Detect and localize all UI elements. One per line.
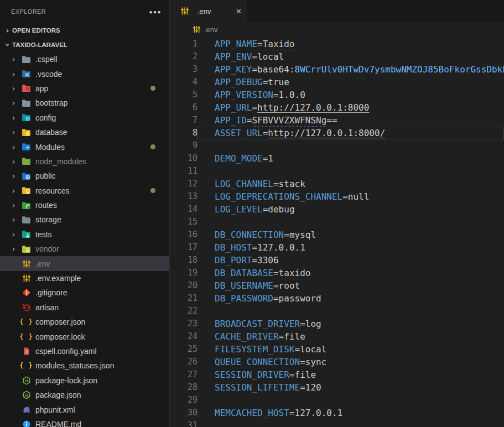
braces-orange-icon: { } — [22, 332, 31, 341]
tree-item--gitignore[interactable]: .gitignore — [0, 285, 169, 300]
ellipsis-icon[interactable]: ●●● — [149, 9, 162, 15]
code-line-21[interactable]: 21DB_PASSWORD=password — [170, 292, 504, 305]
code-line-15[interactable]: 15 — [170, 216, 504, 228]
explorer-sidebar: EXPLORER ●●● ›OPEN EDITORS›TAXIDO-LARAVE… — [0, 0, 170, 427]
tree-item-composer-lock[interactable]: { }composer.lock — [0, 329, 169, 343]
chevron-right-icon[interactable]: › — [9, 216, 18, 223]
tree-item-storage[interactable]: ›storage — [0, 212, 169, 227]
token-key: LOG_DEPRECATIONS_CHANNEL — [215, 191, 342, 202]
code-line-11[interactable]: 11 — [170, 165, 504, 178]
code-line-25[interactable]: 25FILESYSTEM_DISK=local — [170, 343, 504, 356]
code-line-29[interactable]: 29 — [170, 394, 504, 407]
token-key: LOG_CHANNEL — [215, 179, 273, 189]
token-key: DB_PORT — [215, 255, 252, 265]
tree-item-cspell-config-yaml[interactable]: cspell.config.yaml — [0, 344, 169, 358]
tree-item--vscode[interactable]: ›.vscode — [0, 66, 169, 81]
tree-item-public[interactable]: ›public — [0, 169, 169, 183]
code-line-4[interactable]: 4APP_DEBUG=true — [170, 76, 504, 88]
code-line-2[interactable]: 2APP_ENV=local — [170, 50, 504, 63]
tree-item--env[interactable]: .env — [0, 256, 169, 270]
chevron-right-icon[interactable]: › — [9, 158, 18, 165]
chevron-right-icon[interactable]: › — [9, 231, 18, 238]
code-line-6[interactable]: 6APP_URL=http://127.0.0.1:8000 — [170, 101, 504, 114]
token-val: sync — [305, 357, 327, 367]
code-line-14[interactable]: 14LOG_LEVEL=debug — [170, 203, 504, 216]
code-line-16[interactable]: 16DB_CONNECTION=mysql — [170, 228, 504, 241]
line-content — [198, 394, 504, 407]
tree-item-node-modules[interactable]: ›node_modules — [0, 154, 169, 169]
code-line-5[interactable]: 5APP_VERSION=1.0.0 — [170, 88, 504, 101]
chevron-right-icon[interactable]: › — [9, 201, 18, 209]
tree-item-bootstrap[interactable]: ›bootstrap — [0, 96, 169, 110]
token-val: 127.0.0.1 — [295, 408, 343, 418]
token-eq: = — [252, 51, 257, 62]
tree-item-phpunit-xml[interactable]: phpunit.xml — [0, 402, 169, 416]
tree-item-package-json[interactable]: JSpackage.json — [0, 388, 169, 402]
tab-env[interactable]: .env ✕ — [170, 0, 247, 22]
chevron-right-icon[interactable]: › — [9, 99, 18, 107]
token-eq: = — [263, 153, 268, 164]
code-editor[interactable]: 1APP_NAME=Taxido2APP_ENV=local3APP_KEY=b… — [170, 37, 504, 427]
close-icon[interactable]: ✕ — [236, 7, 242, 15]
chevron-right-icon[interactable]: › — [9, 172, 18, 180]
chevron-right-icon[interactable]: › — [9, 55, 18, 63]
chevron-down-icon[interactable]: › — [4, 40, 12, 50]
folder-cspell-icon — [22, 55, 31, 64]
chevron-right-icon[interactable]: › — [9, 187, 18, 195]
code-line-26[interactable]: 26QUEUE_CONNECTION=sync — [170, 356, 504, 368]
chevron-right-icon[interactable]: › — [9, 85, 18, 92]
code-line-22[interactable]: 22 — [170, 305, 504, 317]
line-number: 19 — [170, 267, 198, 279]
code-line-1[interactable]: 1APP_NAME=Taxido — [170, 38, 504, 50]
tree-item-modules-statuses-json[interactable]: { }modules_statuses.json — [0, 358, 169, 373]
code-line-30[interactable]: 30MEMCACHED_HOST=127.0.0.1 — [170, 407, 504, 419]
chevron-right-icon[interactable]: › — [9, 70, 18, 78]
code-line-7[interactable]: 7APP_ID=SFBVVVZXWFNSNg== — [170, 114, 504, 127]
code-line-10[interactable]: 10DEMO_MODE=1 — [170, 152, 504, 165]
tree-item-modules[interactable]: ›Modules — [0, 139, 169, 154]
code-line-24[interactable]: 24CACHE_DRIVER=file — [170, 330, 504, 343]
tree-item-database[interactable]: ›database — [0, 125, 169, 139]
code-line-31[interactable]: 31 — [170, 419, 504, 427]
code-line-8[interactable]: 8ASSET_URL=http://127.0.0.1:8000/ — [170, 127, 504, 139]
env-file-icon — [22, 274, 31, 283]
tree-item-artisan[interactable]: artisan — [0, 300, 169, 315]
code-line-3[interactable]: 3APP_KEY=base64:8WCrrUlv0HTwDv7ysmbwNMZO… — [170, 63, 504, 76]
tree-item-package-lock-json[interactable]: JSpackage-lock.json — [0, 373, 169, 388]
code-line-9[interactable]: 9 — [170, 139, 504, 152]
line-content — [198, 419, 504, 427]
tree-item--cspell[interactable]: ›.cspell — [0, 52, 169, 66]
line-content: QUEUE_CONNECTION=sync — [198, 356, 504, 368]
tree-item--env-example[interactable]: .env.example — [0, 271, 169, 285]
code-line-17[interactable]: 17DB_HOST=127.0.0.1 — [170, 241, 504, 254]
tree-item-readme-md[interactable]: README.md — [0, 417, 169, 427]
tree-item-app[interactable]: ›app — [0, 81, 169, 96]
code-line-20[interactable]: 20DB_USERNAME=root — [170, 279, 504, 292]
line-content: DEMO_MODE=1 — [198, 152, 504, 165]
code-line-19[interactable]: 19DB_DATABASE=taxido — [170, 267, 504, 279]
section-taxido-laravel[interactable]: ›TAXIDO-LARAVEL — [0, 38, 169, 52]
tree-item-routes[interactable]: ›routes — [0, 198, 169, 212]
code-line-12[interactable]: 12LOG_CHANNEL=stack — [170, 178, 504, 190]
modified-badge — [150, 86, 155, 91]
chevron-right-icon[interactable]: › — [9, 114, 18, 122]
code-line-18[interactable]: 18DB_PORT=3306 — [170, 254, 504, 267]
tree-item-composer-json[interactable]: { }composer.json — [0, 315, 169, 329]
token-key: DB_HOST — [215, 242, 252, 253]
section-open-editors[interactable]: ›OPEN EDITORS — [0, 23, 169, 38]
tree-item-vendor[interactable]: ›vendor — [0, 242, 169, 256]
line-content: APP_ENV=local — [198, 50, 504, 63]
chevron-right-icon[interactable]: › — [9, 143, 18, 151]
code-line-27[interactable]: 27SESSION_DRIVER=file — [170, 368, 504, 381]
tree-item-config[interactable]: ›config — [0, 111, 169, 125]
breadcrumb[interactable]: .env — [170, 22, 504, 37]
code-line-13[interactable]: 13LOG_DEPRECATIONS_CHANNEL=null — [170, 190, 504, 203]
tree-item-tests[interactable]: ›tests — [0, 227, 169, 242]
tree-item-resources[interactable]: ›resources — [0, 184, 169, 198]
line-number: 8 — [170, 127, 198, 139]
chevron-right-icon[interactable]: › — [9, 128, 18, 136]
chevron-right-icon[interactable]: › — [9, 245, 18, 253]
code-line-23[interactable]: 23BROADCAST_DRIVER=log — [170, 317, 504, 330]
code-line-28[interactable]: 28SESSION_LIFETIME=120 — [170, 381, 504, 394]
chevron-right-icon[interactable]: › — [3, 27, 12, 34]
